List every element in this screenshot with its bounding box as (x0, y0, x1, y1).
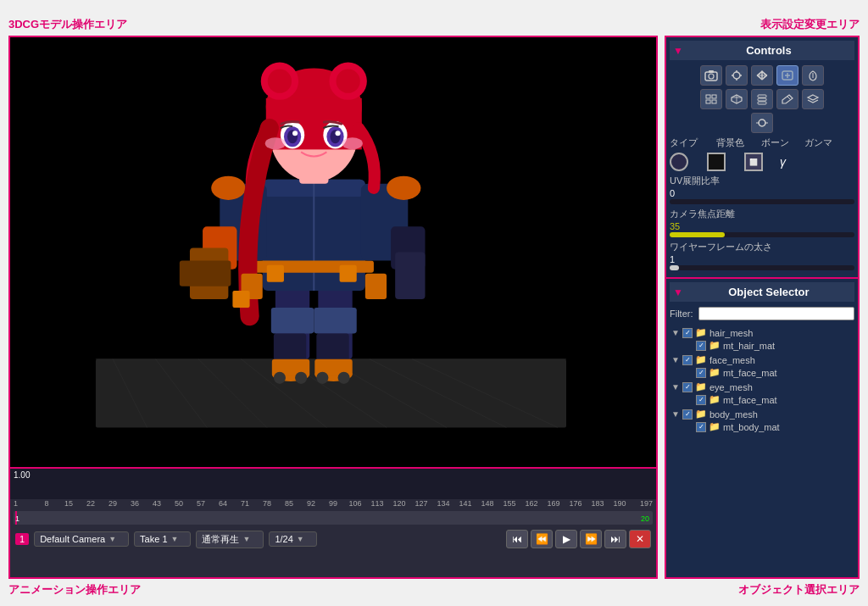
eye-mesh-checkbox[interactable]: ✓ (682, 382, 693, 392)
bone-control[interactable]: ⬜ (744, 153, 763, 171)
mt-face-mat-checkbox[interactable]: ✓ (696, 368, 706, 378)
tree-row-eye-mesh[interactable]: ▼ ✓ 📁 eye_mesh (670, 381, 854, 393)
body-mesh-folder: 📁 (695, 409, 707, 420)
ctrl-icon-camera[interactable] (700, 65, 722, 86)
frame-current-indicator: 1 (15, 533, 29, 545)
svg-point-64 (733, 72, 740, 79)
tree-row-mt-hair-mat[interactable]: ✓ 📁 mt_hair_mat (683, 339, 854, 352)
face-mesh-checkbox[interactable]: ✓ (682, 355, 693, 365)
bottom-right-label: オブジェクト選択エリア (738, 582, 860, 598)
camera-slider-section: カメラ焦点距離 35 (670, 208, 854, 237)
eye-mesh-folder: 📁 (695, 381, 707, 392)
filter-row: Filter: (670, 307, 854, 320)
ctrl-icon-pen[interactable] (776, 89, 798, 109)
camera-slider[interactable] (670, 232, 854, 237)
top-right-label: 表示設定変更エリア (760, 17, 860, 32)
bone-param-label: ボーン (761, 136, 789, 149)
tree-row-mt-eye-face-mat[interactable]: ✓ 📁 mt_face_mat (683, 393, 854, 406)
tree-item-hair-mesh: ▼ ✓ 📁 hair_mesh ✓ 📁 mt_hair_mat (670, 325, 854, 353)
mt-hair-mat-icon: 📁 (709, 340, 721, 351)
uv-value: 0 (670, 188, 854, 198)
obj-sel-triangle: ▼ (673, 286, 683, 298)
object-selector-section: ▼ Object Selector Filter: ▼ ✓ 📁 (665, 279, 860, 579)
ruler-top-value: 1.00 (14, 470, 30, 480)
play-button[interactable]: ▶ (555, 530, 577, 548)
svg-point-58 (295, 372, 307, 384)
svg-rect-76 (712, 100, 716, 103)
tree-row-hair-mesh[interactable]: ▼ ✓ 📁 hair_mesh (670, 326, 854, 339)
wireframe-value: 1 (670, 254, 854, 264)
timeline-panel: 1.00 1 8 15 22 29 36 43 50 57 64 71 (10, 467, 656, 577)
camera-dropdown[interactable]: Default Camera ▼ (34, 531, 129, 547)
ctrl-icon-select[interactable] (776, 65, 798, 86)
tree-row-mt-face-mat[interactable]: ✓ 📁 mt_face_mat (683, 366, 854, 379)
timeline-controls: 1 Default Camera ▼ Take 1 ▼ 通常再生 (10, 526, 656, 552)
obj-sel-title: Object Selector (687, 286, 851, 298)
wireframe-slider[interactable] (670, 265, 854, 270)
body-mesh-children: ✓ 📁 mt_body_mat (683, 420, 854, 433)
hair-mesh-name: hair_mesh (709, 328, 753, 338)
svg-point-62 (709, 74, 714, 79)
ctrl-icon-single[interactable] (751, 113, 773, 133)
bg-control[interactable] (707, 153, 726, 171)
tree-item-body-mesh: ▼ ✓ 📁 body_mesh ✓ 📁 mt_body_mat (670, 407, 854, 434)
playback-dropdown[interactable]: 通常再生 ▼ (196, 531, 264, 548)
hair-mesh-expand: ▼ (671, 328, 680, 337)
eye-mesh-children: ✓ 📁 mt_face_mat (683, 393, 854, 406)
close-button[interactable]: ✕ (629, 530, 651, 548)
type-control[interactable] (670, 153, 688, 171)
mt-eye-face-mat-checkbox[interactable]: ✓ (696, 395, 706, 405)
filter-input[interactable] (698, 307, 855, 320)
filter-label: Filter: (670, 309, 693, 319)
mt-body-mat-icon: 📁 (709, 421, 721, 432)
tree-row-face-mesh[interactable]: ▼ ✓ 📁 face_mesh (670, 353, 854, 366)
ctrl-icon-layers[interactable] (751, 89, 773, 109)
hair-mesh-checkbox[interactable]: ✓ (682, 328, 693, 338)
mt-face-mat-name: mt_face_mat (723, 368, 777, 378)
ctrl-icon-move[interactable] (751, 65, 773, 86)
gamma-control: γ (780, 155, 786, 169)
ctrl-icon-light[interactable] (726, 65, 748, 86)
frame-end: 20 (641, 514, 649, 523)
svg-rect-80 (758, 98, 766, 101)
svg-point-35 (387, 176, 420, 200)
ctrl-icon-light2[interactable] (802, 65, 824, 86)
ctrl-icon-box[interactable] (726, 89, 748, 109)
face-mesh-name: face_mesh (709, 355, 755, 365)
svg-rect-81 (758, 102, 766, 104)
svg-point-57 (274, 372, 286, 384)
svg-rect-25 (267, 265, 284, 282)
skip-fwd-button[interactable]: ⏭ (604, 530, 626, 548)
bottom-left-label: アニメーション操作エリア (8, 582, 141, 598)
ctrl-icon-grid[interactable] (700, 89, 722, 109)
svg-point-34 (211, 176, 245, 200)
viewport[interactable] (10, 37, 656, 467)
mt-hair-mat-checkbox[interactable]: ✓ (696, 341, 706, 351)
face-mesh-children: ✓ 📁 mt_face_mat (683, 366, 854, 379)
svg-rect-33 (395, 253, 425, 300)
svg-point-50 (292, 131, 298, 136)
controls-triangle: ▼ (673, 45, 683, 57)
take-dropdown[interactable]: Take 1 ▼ (134, 531, 191, 547)
ctrl-icon-layers2[interactable] (802, 89, 824, 109)
controls-title: Controls (687, 44, 851, 57)
svg-rect-74 (712, 95, 716, 98)
body-mesh-checkbox[interactable]: ✓ (682, 409, 693, 420)
tree-row-body-mesh[interactable]: ▼ ✓ 📁 body_mesh (670, 408, 854, 420)
mt-body-mat-checkbox[interactable]: ✓ (696, 422, 706, 432)
controls-icons-row-3 (670, 113, 854, 133)
svg-line-82 (787, 97, 791, 100)
uv-slider[interactable] (670, 199, 854, 204)
wireframe-label: ワイヤーフレームの太さ (670, 241, 854, 253)
svg-rect-14 (314, 308, 356, 333)
fps-dropdown[interactable]: 1/24 ▼ (269, 531, 316, 547)
uv-label: UV展開比率 (670, 175, 854, 187)
skip-back-button[interactable]: ⏮ (506, 530, 528, 548)
frame-start: 1 (15, 514, 19, 523)
step-back-button[interactable]: ⏪ (531, 530, 553, 548)
mt-eye-face-mat-name: mt_face_mat (723, 395, 777, 405)
tree-row-mt-body-mat[interactable]: ✓ 📁 mt_body_mat (683, 420, 854, 433)
mt-body-mat-name: mt_body_mat (723, 422, 780, 432)
step-fwd-button[interactable]: ⏩ (580, 530, 602, 548)
svg-rect-30 (180, 261, 231, 286)
